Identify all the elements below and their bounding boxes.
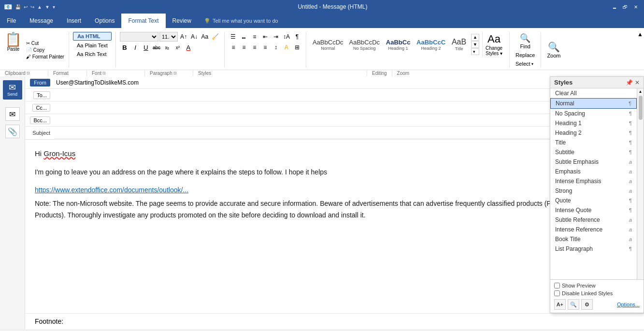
- tab-options[interactable]: Options: [88, 14, 121, 28]
- replace-button[interactable]: Replace: [514, 51, 537, 59]
- select-button[interactable]: Select ▾: [514, 60, 537, 68]
- show-hide-button[interactable]: ¶: [292, 32, 302, 42]
- style-title-preview[interactable]: AaB Title: [449, 36, 469, 53]
- qat-undo[interactable]: ↩: [24, 4, 28, 10]
- qat-up[interactable]: ▲: [37, 4, 42, 10]
- align-right-button[interactable]: ≡: [250, 43, 259, 52]
- change-styles-button[interactable]: Aa Change Styles ▾: [482, 32, 505, 57]
- clipboard-expand-icon[interactable]: ⊡: [27, 71, 30, 75]
- minimize-button[interactable]: 🗕: [610, 2, 619, 11]
- font-name-select[interactable]: [120, 32, 158, 42]
- new-style-button[interactable]: A+: [554, 299, 566, 310]
- subscript-button[interactable]: x₂: [162, 43, 172, 52]
- zoom-button[interactable]: 🔍 Zoom: [545, 40, 562, 59]
- format-painter-button[interactable]: 🖌 Format Painter: [25, 54, 66, 60]
- bold-button[interactable]: B: [120, 43, 129, 52]
- style-no-spacing[interactable]: No Spacing ¶: [550, 109, 637, 118]
- shading-button[interactable]: A: [282, 43, 291, 52]
- qat-down[interactable]: ▼: [45, 4, 50, 10]
- change-case-button[interactable]: Aa: [200, 32, 210, 42]
- style-intense-emphasis[interactable]: Intense Emphasis a: [550, 176, 637, 186]
- plain-text-format-button[interactable]: Aa Plain Text: [73, 42, 112, 49]
- qat-redo[interactable]: ↪: [30, 4, 34, 10]
- font-color-button[interactable]: A: [184, 43, 193, 52]
- ribbon-collapse-btn[interactable]: ▲: [636, 30, 644, 70]
- bullets-button[interactable]: ☰: [229, 32, 238, 42]
- send-button[interactable]: ✉ Send: [3, 80, 22, 100]
- tab-file[interactable]: File: [0, 14, 23, 28]
- superscript-button[interactable]: x²: [173, 43, 183, 52]
- line-spacing-button[interactable]: ↕: [271, 43, 281, 52]
- tab-message[interactable]: Message: [23, 14, 60, 28]
- style-normal[interactable]: Normal ¶: [550, 98, 637, 109]
- style-title[interactable]: Title ¶: [550, 138, 637, 147]
- options-button[interactable]: Options...: [617, 302, 640, 307]
- tab-review[interactable]: Review: [166, 14, 198, 28]
- tab-format-text[interactable]: Format Text: [121, 14, 165, 28]
- style-normal-preview[interactable]: AaBbCcDc Normal: [310, 37, 346, 52]
- qat-save[interactable]: 💾: [15, 4, 21, 10]
- styles-panel-close[interactable]: ✕: [635, 79, 640, 86]
- multilevel-list-button[interactable]: ≡: [250, 32, 259, 42]
- show-preview-checkbox[interactable]: [554, 283, 560, 288]
- decrease-indent-button[interactable]: ⇤: [260, 32, 270, 42]
- styles-panel-pin[interactable]: 📌: [626, 79, 633, 86]
- qat-more[interactable]: ▾: [53, 4, 55, 10]
- style-no-spacing-preview[interactable]: AaBbCcDc No Spacing: [347, 37, 383, 52]
- from-button[interactable]: From: [30, 79, 50, 86]
- italic-button[interactable]: I: [130, 43, 140, 52]
- style-subtitle[interactable]: Subtitle ¶: [550, 147, 637, 157]
- numbering-button[interactable]: ⑉: [239, 32, 249, 42]
- sort-button[interactable]: ↕A: [282, 32, 291, 42]
- increase-font-button[interactable]: A↑: [179, 32, 188, 42]
- find-button[interactable]: 🔍 Find: [514, 32, 537, 50]
- increase-indent-button[interactable]: ⇥: [271, 32, 281, 42]
- align-left-button[interactable]: ≡: [229, 43, 238, 52]
- clear-formatting-button[interactable]: 🧹: [211, 32, 220, 42]
- bcc-button[interactable]: Bcc...: [30, 116, 50, 124]
- style-heading1-preview[interactable]: AaBbCc Heading 1: [383, 37, 413, 52]
- close-button[interactable]: ✕: [631, 2, 640, 11]
- styles-scroll-up[interactable]: ▲: [471, 34, 479, 41]
- borders-button[interactable]: ⊞: [292, 43, 302, 52]
- style-heading2[interactable]: Heading 2 ¶: [550, 128, 637, 138]
- show-preview-label[interactable]: Show Preview: [562, 283, 596, 288]
- style-emphasis[interactable]: Emphasis a: [550, 167, 637, 176]
- font-size-select[interactable]: 11.5: [159, 32, 178, 42]
- style-intense-reference[interactable]: Intense Reference a: [550, 225, 637, 234]
- email-link-anchor[interactable]: https://www.extendoffice.com/documents/o…: [35, 186, 188, 194]
- font-expand-icon[interactable]: ⊡: [102, 71, 106, 75]
- align-center-button[interactable]: ≡: [239, 43, 249, 52]
- style-inspector-button[interactable]: 🔍: [568, 299, 579, 310]
- styles-scroll-down[interactable]: ▼: [471, 41, 479, 48]
- style-book-title[interactable]: Book Title a: [550, 234, 637, 244]
- style-intense-quote[interactable]: Intense Quote ¶: [550, 205, 637, 215]
- scrollbar-up-btn[interactable]: ▲: [638, 88, 644, 95]
- style-clear-all[interactable]: Clear All: [550, 88, 637, 98]
- to-button[interactable]: To...: [33, 91, 50, 99]
- copy-button[interactable]: 📄 Copy: [25, 47, 66, 53]
- styles-more-btn[interactable]: ▾: [471, 48, 479, 55]
- restore-button[interactable]: 🗗: [621, 2, 630, 11]
- underline-button[interactable]: U: [141, 43, 151, 52]
- html-format-button[interactable]: Aa HTML: [73, 32, 112, 41]
- style-subtle-emphasis[interactable]: Subtle Emphasis a: [550, 157, 637, 167]
- cut-button[interactable]: ✂ Cut: [25, 40, 66, 46]
- manage-styles-button[interactable]: ⚙: [581, 299, 593, 310]
- tell-me-text[interactable]: Tell me what you want to do: [213, 18, 278, 24]
- disable-linked-checkbox[interactable]: [554, 290, 560, 296]
- justify-button[interactable]: ≡: [260, 43, 270, 52]
- style-strong[interactable]: Strong a: [550, 186, 637, 196]
- tab-insert[interactable]: Insert: [60, 14, 88, 28]
- style-list-paragraph[interactable]: List Paragraph ¶: [550, 244, 637, 254]
- strikethrough-button[interactable]: abc: [152, 43, 161, 52]
- style-heading1[interactable]: Heading 1 ¶: [550, 118, 637, 128]
- email-link[interactable]: https://www.extendoffice.com/documents/o…: [35, 185, 634, 196]
- paste-button[interactable]: 📋 Paste: [2, 31, 25, 69]
- rich-text-format-button[interactable]: Aa Rich Text: [73, 50, 112, 58]
- disable-linked-label[interactable]: Disable Linked Styles: [562, 290, 613, 296]
- scrollbar-thumb[interactable]: [639, 96, 643, 120]
- style-heading2-preview[interactable]: AaBbCcC Heading 2: [414, 37, 448, 52]
- decrease-font-button[interactable]: A↓: [189, 32, 199, 42]
- style-quote[interactable]: Quote ¶: [550, 196, 637, 205]
